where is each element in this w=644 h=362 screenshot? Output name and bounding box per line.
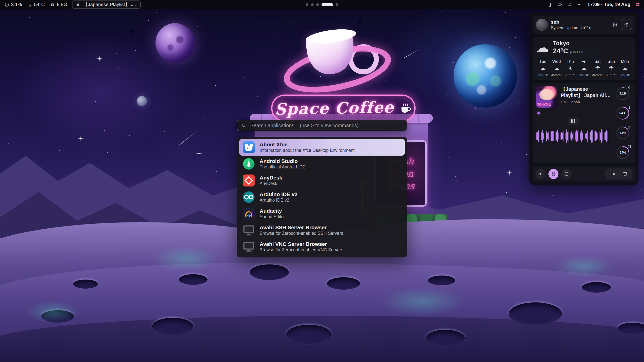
disk-gauge: 24% bbox=[616, 146, 630, 160]
launcher-item-about-xfce[interactable]: About Xfce Information about the Xfce De… bbox=[239, 139, 405, 156]
teal-glow bbox=[543, 251, 624, 282]
performance-tab-button[interactable] bbox=[535, 169, 545, 179]
forecast-day: Mon☁33°/26° bbox=[618, 59, 631, 77]
progress-thumb[interactable] bbox=[537, 112, 540, 114]
launcher-item-android-studio[interactable]: Android Studio The official Android IDE bbox=[239, 156, 405, 172]
search-input[interactable] bbox=[250, 122, 403, 129]
cloud-icon: ☁ bbox=[540, 65, 546, 71]
clock[interactable]: 17:09 - Tue, 19 Aug bbox=[587, 2, 630, 7]
system-gauges: 3.1% 54°C 14% 24% bbox=[614, 86, 632, 160]
app-title: Android Studio bbox=[260, 158, 306, 164]
workspace-indicator bbox=[306, 0, 338, 9]
search-bar bbox=[237, 120, 407, 131]
monitor-icon bbox=[242, 224, 255, 237]
media-progress-slider[interactable] bbox=[536, 112, 611, 114]
battery-icon[interactable] bbox=[557, 2, 563, 7]
launcher-item-arduino[interactable]: Arduino IDE v2 Arduino IDE v2 bbox=[239, 189, 405, 205]
system-stats: 3.1% 54°C 6.8G 【Japanese Playlist】 J... bbox=[0, 1, 141, 9]
audacity-icon bbox=[242, 207, 255, 220]
progress-track bbox=[536, 113, 611, 113]
bell-icon[interactable] bbox=[567, 2, 573, 7]
capture-controls bbox=[605, 168, 632, 179]
top-panel: 3.1% 54°C 6.8G 【Japanese Playlist】 J... bbox=[0, 0, 644, 9]
launcher-item-avahi-vnc[interactable]: Avahi VNC Server Browser Browse for Zero… bbox=[239, 239, 405, 255]
launcher-item-audacity[interactable]: Audacity Sound Editor bbox=[239, 205, 405, 222]
media-title: 【Japanese Playlist】 Japan All Night - To… bbox=[561, 86, 611, 99]
volume-icon[interactable] bbox=[577, 2, 583, 7]
cloud-icon: ☁ bbox=[536, 41, 549, 54]
app-subtitle: Arduino IDE v2 bbox=[260, 198, 298, 203]
memory-icon bbox=[627, 125, 631, 129]
album-art: TOKYO L bbox=[536, 86, 557, 108]
arduino-icon bbox=[242, 191, 255, 204]
app-title: AnyDesk bbox=[260, 175, 282, 180]
workspace-dot[interactable] bbox=[311, 3, 314, 6]
weather-timezone: (GMT+9) bbox=[570, 50, 583, 54]
forecast-day: Fri☁35°/26° bbox=[577, 59, 590, 77]
workspace-dot[interactable] bbox=[306, 3, 308, 6]
now-playing-indicator[interactable]: 【Japanese Playlist】 J... bbox=[72, 1, 141, 9]
audio-waveform bbox=[536, 128, 611, 144]
widgets-panel: seb System Uptime: 4h11m ⚙ ☁ Tokyo 24°C … bbox=[529, 12, 638, 185]
rain-icon: ☂ bbox=[609, 65, 614, 71]
weather-temperature: 24°C bbox=[553, 47, 568, 55]
app-launcher: About Xfce Information about the Xfce De… bbox=[237, 120, 407, 257]
temperature-icon bbox=[627, 105, 631, 109]
temperature-gauge: 54°C bbox=[616, 106, 630, 120]
cpu-gauge: 3.1% bbox=[616, 86, 630, 101]
rain-icon: ☂ bbox=[595, 65, 600, 71]
pause-icon bbox=[75, 2, 81, 7]
search-results: About Xfce Information about the Xfce De… bbox=[237, 137, 407, 257]
colors-tab-button[interactable] bbox=[561, 169, 572, 179]
forecast-day: Tue☁33°/24° bbox=[536, 59, 549, 77]
weather-card: ☁ Tokyo 24°C (GMT+9) Tue☁33°/24°Wed☁35°/… bbox=[533, 37, 635, 80]
gear-icon[interactable]: ⚙ bbox=[612, 21, 618, 28]
display-button[interactable] bbox=[620, 170, 630, 178]
phone-icon[interactable] bbox=[547, 2, 553, 7]
launcher-item-avahi-ssh[interactable]: Avahi SSH Server Browser Browse for Zero… bbox=[239, 222, 405, 239]
app-subtitle: Information about the Xfce Desktop Envir… bbox=[260, 148, 354, 153]
android-studio-icon bbox=[242, 157, 255, 170]
media-subtitle: Chill Japan. bbox=[561, 100, 611, 104]
cpu-usage: 3.1% bbox=[4, 2, 22, 7]
media-card: TOKYO L 【Japanese Playlist】 Japan All Ni… bbox=[533, 83, 635, 163]
app-subtitle: Browse for Zeroconf-enabled SSH Servers bbox=[260, 231, 343, 236]
cloud-icon: ☁ bbox=[622, 65, 628, 71]
forecast-day: Sun☂33°/26° bbox=[605, 59, 618, 77]
sun-icon: ☀ bbox=[568, 65, 573, 71]
user-name: seb bbox=[551, 19, 592, 25]
workspace-dot[interactable] bbox=[336, 3, 338, 6]
app-title: Avahi VNC Server Browser bbox=[260, 241, 343, 247]
cloud-icon: ☁ bbox=[581, 65, 587, 71]
memory-usage: 6.8G bbox=[50, 2, 67, 7]
xfce-icon bbox=[242, 141, 255, 154]
thermometer-icon bbox=[27, 2, 32, 7]
cloud-icon: ☁ bbox=[553, 65, 559, 71]
disk-icon bbox=[627, 145, 631, 149]
power-button[interactable] bbox=[621, 19, 632, 30]
apps-grid-icon[interactable] bbox=[635, 2, 640, 7]
album-art-text: TOKYO L bbox=[537, 103, 551, 106]
workspace-dot[interactable] bbox=[321, 3, 333, 6]
system-uptime: System Uptime: 4h11m bbox=[551, 26, 592, 30]
forecast-day: Wed☁35°/25° bbox=[550, 59, 563, 77]
pause-icon bbox=[571, 119, 573, 123]
monitor-icon bbox=[242, 240, 255, 253]
teal-glow bbox=[141, 241, 231, 277]
apps-tab-button[interactable] bbox=[548, 169, 558, 179]
gauge-icon bbox=[4, 2, 10, 7]
workspace-dot[interactable] bbox=[316, 3, 319, 6]
panel-footer bbox=[533, 166, 635, 182]
weather-city: Tokyo bbox=[553, 40, 583, 47]
launcher-item-anydesk[interactable]: AnyDesk AnyDesk bbox=[239, 172, 405, 189]
forecast-day: Thu☀33°/26° bbox=[564, 59, 577, 77]
forecast-day: Sat☂36°/26° bbox=[591, 59, 604, 77]
teal-glow bbox=[365, 282, 480, 322]
app-subtitle: Browse for Zeroconf-enabled VNC Servers bbox=[260, 248, 343, 252]
app-title: About Xfce bbox=[260, 142, 354, 147]
pause-button[interactable] bbox=[568, 117, 579, 125]
anydesk-icon bbox=[242, 174, 255, 187]
record-button[interactable] bbox=[608, 170, 618, 178]
search-icon bbox=[241, 123, 247, 128]
app-title: Avahi SSH Server Browser bbox=[260, 224, 343, 230]
